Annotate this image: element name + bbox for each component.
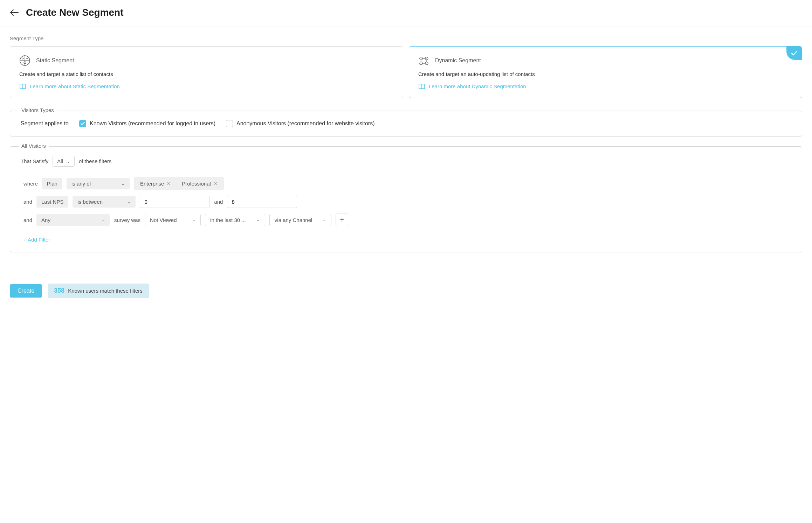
anonymous-visitors-checkbox[interactable] bbox=[226, 120, 233, 127]
static-segment-learn-link[interactable]: Learn more about Static Segmentation bbox=[19, 83, 394, 89]
satisfy-select-value: All bbox=[57, 158, 63, 164]
filter2-value-to[interactable] bbox=[227, 196, 297, 208]
match-badge: 358 Known users match these filters bbox=[48, 284, 149, 298]
page-header: Create New Segment bbox=[0, 0, 812, 27]
known-visitors-option[interactable]: Known Visitors (recommended for logged i… bbox=[79, 120, 215, 127]
known-visitors-checkbox[interactable] bbox=[79, 120, 86, 127]
filter1-operator[interactable]: is any of ⌄ bbox=[67, 178, 130, 189]
book-icon bbox=[418, 84, 425, 89]
anonymous-visitors-label: Anonymous Visitors (recommended for webs… bbox=[236, 120, 375, 127]
filter1-op-value: is any of bbox=[71, 181, 91, 187]
dynamic-learn-text: Learn more about Dynamic Segmentation bbox=[429, 83, 526, 89]
between-and-label: and bbox=[214, 199, 223, 205]
tag-label: Professional bbox=[182, 181, 211, 187]
filter2-value-from[interactable] bbox=[140, 196, 210, 208]
add-condition-button[interactable]: + bbox=[336, 214, 348, 226]
all-visitors-fieldset: All Visitors That Satisfy All ⌄ of these… bbox=[10, 146, 802, 252]
match-count: 358 bbox=[54, 287, 64, 294]
filter1-values[interactable]: Enterprise ✕ Professional ✕ bbox=[134, 177, 224, 190]
chevron-down-icon: ⌄ bbox=[127, 200, 131, 204]
filter3-time-value: in the last 30 ... bbox=[210, 217, 246, 223]
satisfy-select[interactable]: All ⌄ bbox=[53, 156, 75, 167]
svg-point-10 bbox=[421, 63, 421, 63]
chevron-down-icon: ⌄ bbox=[102, 217, 105, 222]
filter-row-1: where Plan is any of ⌄ Enterprise ✕ Prof… bbox=[21, 177, 791, 190]
chevron-down-icon: ⌄ bbox=[67, 159, 70, 164]
filter3-attr-value: Any bbox=[41, 217, 50, 223]
add-filter-link[interactable]: + Add Filter bbox=[21, 237, 50, 243]
segment-type-label: Segment Type bbox=[10, 35, 802, 41]
anonymous-visitors-option[interactable]: Anonymous Visitors (recommended for webs… bbox=[226, 120, 375, 127]
svg-point-8 bbox=[421, 58, 421, 58]
dynamic-segment-icon bbox=[418, 55, 429, 66]
visitors-types-fieldset: Visitors Types Segment applies to Known … bbox=[10, 111, 802, 137]
filter-row-2: and Last NPS is between ⌄ and bbox=[21, 196, 791, 208]
page-title: Create New Segment bbox=[26, 7, 124, 18]
filter3-time[interactable]: in the last 30 ... ⌄ bbox=[205, 214, 265, 226]
chevron-down-icon: ⌄ bbox=[121, 181, 125, 186]
filter-row-3: and Any ⌄ survey was Not Viewed ⌄ in the… bbox=[21, 214, 791, 226]
static-learn-text: Learn more about Static Segmentation bbox=[30, 83, 120, 89]
filter3-attribute[interactable]: Any ⌄ bbox=[36, 214, 110, 226]
book-icon bbox=[19, 84, 26, 89]
satisfy-pre: That Satisfy bbox=[21, 158, 48, 164]
filter2-op-value: is between bbox=[77, 199, 103, 205]
filter1-tag-enterprise: Enterprise ✕ bbox=[136, 178, 175, 189]
static-segment-icon bbox=[19, 55, 30, 66]
segment-type-cards: Static Segment Create and target a stati… bbox=[10, 46, 802, 98]
tag-label: Enterprise bbox=[140, 181, 164, 187]
dynamic-segment-desc: Create and target an auto-updating list … bbox=[418, 71, 793, 77]
create-button[interactable]: Create bbox=[10, 284, 42, 298]
known-visitors-label: Known Visitors (recommended for logged i… bbox=[90, 120, 215, 127]
filter2-attribute[interactable]: Last NPS bbox=[36, 196, 68, 208]
visitors-legend: Visitors Types bbox=[19, 107, 57, 113]
filters-legend: All Visitors bbox=[19, 143, 49, 149]
and-label: and bbox=[23, 217, 32, 223]
remove-tag-icon[interactable]: ✕ bbox=[214, 181, 218, 186]
svg-point-3 bbox=[26, 58, 28, 59]
survey-was-label: survey was bbox=[114, 217, 140, 223]
dynamic-segment-card[interactable]: Dynamic Segment Create and target an aut… bbox=[409, 46, 802, 98]
filter1-attribute[interactable]: Plan bbox=[42, 178, 62, 189]
filter3-channel[interactable]: via any Channel ⌄ bbox=[269, 214, 332, 226]
chevron-down-icon: ⌄ bbox=[192, 217, 195, 222]
chevron-down-icon: ⌄ bbox=[323, 217, 326, 222]
filter2-operator[interactable]: is between ⌄ bbox=[73, 196, 136, 208]
static-segment-card[interactable]: Static Segment Create and target a stati… bbox=[10, 46, 403, 98]
filter1-tag-professional: Professional ✕ bbox=[178, 178, 222, 189]
chevron-down-icon: ⌄ bbox=[256, 217, 260, 222]
where-label: where bbox=[23, 181, 38, 187]
filter3-status-value: Not Viewed bbox=[150, 217, 177, 223]
dynamic-segment-learn-link[interactable]: Learn more about Dynamic Segmentation bbox=[418, 83, 793, 89]
remove-tag-icon[interactable]: ✕ bbox=[167, 181, 171, 186]
dynamic-segment-title: Dynamic Segment bbox=[435, 57, 481, 64]
match-text: Known users match these filters bbox=[68, 288, 143, 294]
static-segment-title: Static Segment bbox=[36, 57, 74, 64]
svg-point-9 bbox=[426, 58, 427, 58]
footer: Create 358 Known users match these filte… bbox=[0, 277, 812, 308]
static-segment-desc: Create and target a static list of conta… bbox=[19, 71, 394, 77]
filter3-channel-value: via any Channel bbox=[275, 217, 312, 223]
svg-point-11 bbox=[426, 63, 427, 63]
back-arrow-icon[interactable] bbox=[10, 9, 19, 16]
filter3-status[interactable]: Not Viewed ⌄ bbox=[145, 214, 201, 226]
svg-point-2 bbox=[22, 58, 23, 59]
satisfy-post: of these filters bbox=[79, 158, 111, 164]
segment-applies-label: Segment applies to bbox=[21, 120, 69, 127]
and-label: and bbox=[23, 199, 32, 205]
